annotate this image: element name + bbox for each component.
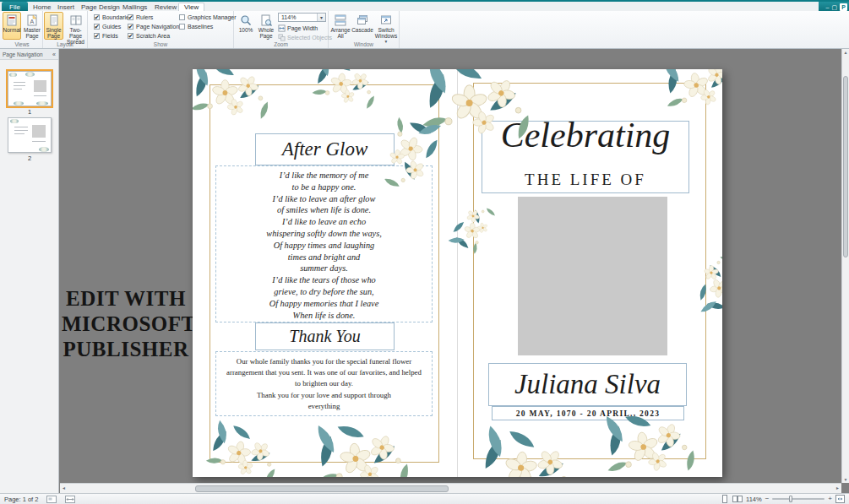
two-page-spread-icon bbox=[70, 14, 82, 26]
poem-line: I’d like the memory of me bbox=[216, 170, 432, 182]
checkbox-icon bbox=[128, 24, 133, 30]
scroll-up-icon[interactable]: ▲ bbox=[842, 50, 849, 55]
page-navigation-panel: Page Navigation « 1 2 bbox=[0, 49, 59, 493]
zoom-in-icon[interactable]: + bbox=[828, 496, 832, 502]
selected-objects-label: Selected Objects bbox=[287, 35, 332, 41]
thanks-line: to brighten our day. bbox=[216, 378, 432, 389]
two-page-spread-button[interactable]: Two-Page Spread bbox=[64, 12, 87, 40]
cascade-button[interactable]: Cascade bbox=[352, 12, 373, 40]
checkbox-baselines[interactable]: Baselines bbox=[179, 23, 213, 30]
dates-text-box[interactable]: 20 MAY, 1070 - 20 APRIL., 2023 bbox=[492, 406, 684, 420]
checkbox-label: Graphics Manager bbox=[188, 14, 237, 20]
master-page-icon: A bbox=[26, 14, 38, 26]
page-width-icon bbox=[278, 24, 286, 32]
poem-line: Of happy memories that I leave bbox=[216, 298, 432, 310]
chevron-down-icon[interactable]: ▾ bbox=[317, 14, 325, 21]
whole-page-label: Whole Page bbox=[257, 27, 275, 39]
checkbox-guides[interactable]: Guides bbox=[94, 23, 121, 30]
page-thumbnail-1[interactable] bbox=[8, 71, 52, 106]
zoom-100-button[interactable]: 100% bbox=[237, 12, 255, 40]
scroll-down-icon[interactable]: ▼ bbox=[842, 477, 849, 482]
overlay-line: PUBLISHER bbox=[62, 337, 190, 362]
checkbox-rulers[interactable]: Rulers bbox=[128, 14, 153, 21]
master-page-button[interactable]: A Master Page bbox=[22, 12, 42, 40]
fit-page-icon[interactable] bbox=[835, 495, 845, 503]
ribbon-tab-bar: File Home Insert Page Design Mailings Re… bbox=[0, 0, 849, 11]
edit-with-publisher-overlay[interactable]: EDIT WITH MICROSOFT PUBLISHER bbox=[62, 286, 190, 362]
selected-objects-icon bbox=[278, 34, 286, 41]
checkbox-scratch-area[interactable]: Scratch Area bbox=[128, 32, 170, 40]
zoom-100-label: 100% bbox=[239, 27, 253, 33]
whole-page-button[interactable]: Whole Page bbox=[256, 12, 276, 40]
switch-windows-label: Switch Windows bbox=[374, 27, 398, 39]
name-text-box[interactable]: Juliana Silva bbox=[488, 363, 687, 406]
spread-view-icon[interactable] bbox=[732, 495, 743, 503]
checkbox-label: Page Navigation bbox=[136, 24, 179, 30]
zoom-combobox[interactable]: 114% ▾ bbox=[278, 13, 326, 22]
horizontal-scrollbar[interactable]: ◄ ► bbox=[60, 483, 841, 493]
document-canvas[interactable]: EDIT WITH MICROSOFT PUBLISHER After Glow… bbox=[60, 49, 841, 483]
maximize-icon[interactable]: ▢ bbox=[831, 4, 837, 10]
poem-line: times and bright and bbox=[216, 252, 432, 263]
checkbox-fields[interactable]: Fields bbox=[94, 32, 118, 40]
ribbon-view-tab: Normal A Master Page Views Single Page T… bbox=[0, 11, 849, 49]
poem-line: When life is done. bbox=[216, 310, 432, 322]
ribbon-group-layout: Single Page Two-Page Spread Layout bbox=[43, 11, 88, 48]
show-group-label: Show bbox=[88, 41, 233, 47]
checkbox-boundaries[interactable]: Boundaries bbox=[94, 14, 132, 21]
single-page-icon bbox=[48, 14, 60, 26]
poem-line: grieve, to dry before the sun, bbox=[216, 286, 432, 298]
checkbox-icon bbox=[94, 14, 100, 20]
poem-text-box[interactable]: I’d like the memory of me to be a happy … bbox=[215, 165, 433, 322]
checkbox-page-navigation[interactable]: Page Navigation bbox=[128, 23, 179, 30]
scroll-left-icon[interactable]: ◄ bbox=[62, 485, 66, 490]
page-indicator[interactable]: Page: 1 of 2 bbox=[4, 496, 38, 503]
checkbox-icon bbox=[94, 24, 100, 30]
horizontal-scrollbar-thumb[interactable] bbox=[195, 485, 449, 492]
single-page-view-icon[interactable] bbox=[721, 495, 729, 503]
whole-page-icon bbox=[260, 14, 272, 26]
status-bar: Page: 1 of 2 114% − + bbox=[0, 493, 849, 504]
zoom-out-icon[interactable]: − bbox=[765, 496, 770, 502]
normal-view-icon bbox=[6, 14, 18, 26]
selected-objects-button[interactable]: Selected Objects bbox=[278, 33, 332, 41]
checkbox-icon bbox=[179, 14, 185, 20]
the-life-of-subtitle[interactable]: THE LIFE OF bbox=[482, 171, 689, 189]
thank-you-title-box[interactable]: Thank You bbox=[255, 322, 395, 350]
zoom-combobox-value: 114% bbox=[279, 14, 317, 20]
page-thumbnail-2[interactable] bbox=[8, 117, 52, 153]
vertical-scrollbar-thumb[interactable] bbox=[843, 76, 848, 257]
switch-windows-icon bbox=[380, 14, 392, 26]
object-position-icon bbox=[46, 496, 57, 503]
cascade-label: Cascade bbox=[351, 27, 373, 33]
checkbox-icon bbox=[128, 14, 133, 20]
after-glow-title-box[interactable]: After Glow bbox=[255, 133, 395, 165]
page-navigation-title: Page Navigation bbox=[3, 51, 43, 57]
thanks-line: Our whole family thanks you for the spec… bbox=[216, 356, 432, 367]
single-page-button[interactable]: Single Page bbox=[44, 12, 63, 40]
minimize-icon[interactable]: – bbox=[825, 4, 829, 10]
photo-placeholder[interactable] bbox=[518, 197, 667, 355]
celebrating-title[interactable]: Celebrating bbox=[483, 106, 688, 164]
zoom-slider-thumb[interactable] bbox=[789, 496, 792, 502]
object-size-icon bbox=[65, 496, 75, 503]
thanks-line: Thank you for your love and support thro… bbox=[216, 390, 432, 401]
poem-line: to be a happy one. bbox=[216, 182, 432, 193]
poem-line: I’d like the tears of those who bbox=[216, 274, 432, 286]
vertical-scrollbar[interactable]: ▲ ▼ bbox=[841, 49, 849, 483]
thank-you-text-box[interactable]: Our whole family thanks you for the spec… bbox=[215, 351, 433, 416]
page-width-button[interactable]: Page Width bbox=[278, 24, 318, 32]
switch-windows-button[interactable]: Switch Windows ▾ bbox=[373, 12, 399, 40]
master-page-label: Master Page bbox=[23, 27, 41, 39]
two-page-spread-document[interactable]: After Glow I’d like the memory of me to … bbox=[193, 69, 722, 477]
arrange-all-button[interactable]: Arrange All bbox=[329, 12, 351, 40]
page-number-2: 2 bbox=[0, 154, 59, 162]
poem-line: Of happy times and laughing bbox=[216, 240, 432, 252]
poem-line: of smiles when life is done. bbox=[216, 204, 432, 216]
zoom-slider[interactable] bbox=[772, 498, 825, 500]
scroll-right-icon[interactable]: ► bbox=[835, 485, 840, 490]
zoom-percentage[interactable]: 114% bbox=[746, 496, 762, 503]
checkbox-graphics-manager[interactable]: Graphics Manager bbox=[179, 14, 237, 21]
collapse-panel-icon[interactable]: « bbox=[52, 51, 56, 57]
normal-view-button[interactable]: Normal bbox=[3, 12, 21, 40]
